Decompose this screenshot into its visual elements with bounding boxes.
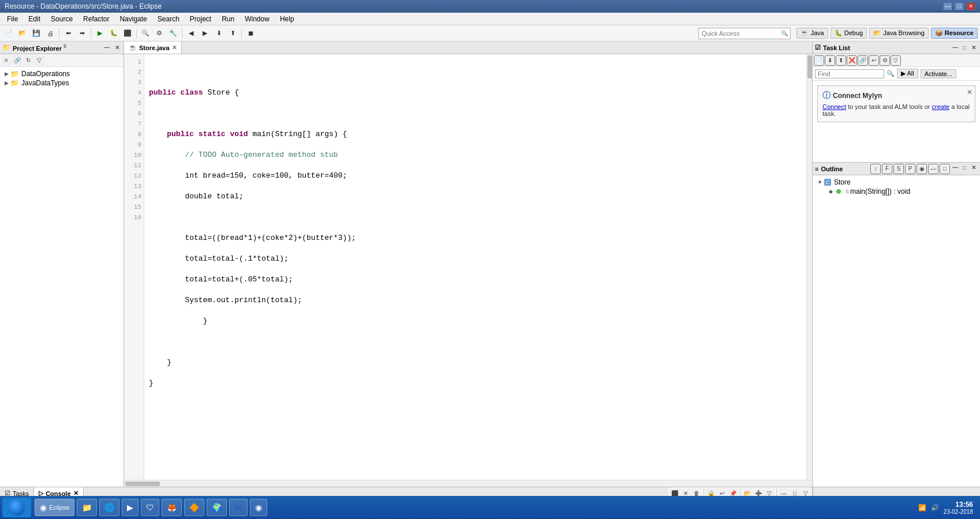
toolbar-btn2[interactable]: 📂 (16, 27, 29, 40)
toolbar-btn11[interactable]: 🔧 (167, 27, 179, 40)
connect-mylyn-title: ⓘ Connect Mylyn (822, 91, 970, 101)
new-button[interactable]: 📄 (2, 27, 15, 40)
toolbar-btn12[interactable]: ◀ (185, 27, 197, 40)
connect-mylyn-close[interactable]: ✕ (967, 88, 972, 96)
outline-expand-btn[interactable]: □ (940, 164, 950, 174)
run-button[interactable]: ▶ (93, 27, 106, 40)
editor-hscrollbar[interactable] (124, 480, 812, 487)
menu-navigate[interactable]: Navigate (115, 14, 151, 24)
outline-header: ≡ Outline ↕ F S P ◉ — □ — □ ✕ (813, 163, 980, 175)
task-btn3[interactable]: ⬆ (836, 55, 846, 66)
link-editor-btn[interactable]: 🔗 (12, 55, 23, 66)
task-btn8[interactable]: ▽ (891, 55, 901, 66)
outline-method-icon (835, 187, 844, 195)
close-button[interactable]: ✕ (966, 2, 975, 10)
toolbar-btn13[interactable]: ▶ (199, 27, 211, 40)
debug-button[interactable]: 🐛 (107, 27, 120, 40)
task-btn7[interactable]: ⚙ (880, 55, 890, 66)
outline-method-name: main(String[]) : void (850, 187, 910, 195)
save-button[interactable]: 💾 (30, 27, 43, 40)
task-find-input[interactable] (815, 69, 884, 78)
taskbar-vlc[interactable]: 🔶 (184, 499, 204, 516)
taskbar-media[interactable]: ▶ (122, 499, 139, 516)
outline-show-only-btn[interactable]: ◉ (917, 164, 927, 174)
task-find-row: 🔍 ▶ All Activate... (813, 67, 980, 81)
outline-hide-static-btn[interactable]: S (893, 164, 904, 174)
maximize-button[interactable]: □ (955, 2, 964, 10)
toolbar-btn6[interactable]: ➡ (76, 27, 88, 40)
outline-hide-nonpub-btn[interactable]: P (905, 164, 915, 174)
new-task-btn[interactable]: 📄 (814, 55, 824, 66)
line-gutter: 1234 5678 9101112 13141516 (124, 54, 144, 480)
view-menu-btn[interactable]: ▽ (34, 55, 44, 66)
info-icon: ⓘ (822, 91, 831, 101)
outline-hide-fields-btn[interactable]: F (882, 164, 892, 174)
toolbar-btn5[interactable]: ⬅ (62, 27, 74, 40)
quick-access-box[interactable]: 🔍 (698, 28, 791, 39)
menu-window[interactable]: Window (240, 14, 274, 24)
outline-class-store[interactable]: ▼ C Store (815, 178, 978, 187)
title-bar: Resource - DataOperations/src/Store.java… (0, 0, 980, 13)
menu-run[interactable]: Run (217, 14, 239, 24)
taskbar-shield[interactable]: 🛡 (141, 499, 159, 516)
menu-refactor[interactable]: Refactor (78, 14, 114, 24)
perspective-java-browsing[interactable]: 📂 Java Browsing (869, 28, 929, 39)
collapse-all-btn[interactable]: ≡ (1, 55, 12, 66)
taskbar-eclipse[interactable]: ◉ Eclipse (35, 499, 74, 516)
outline-collapse-btn[interactable]: — (928, 164, 938, 174)
task-btn5[interactable]: 🔗 (858, 55, 868, 66)
task-list-max[interactable]: □ (960, 44, 968, 52)
perspective-java[interactable]: ☕ Java (796, 28, 828, 39)
minimize-button[interactable]: — (943, 2, 952, 10)
taskbar-app10[interactable]: ◉ (250, 499, 267, 516)
outline-close-btn[interactable]: ✕ (970, 164, 978, 172)
outline-max-btn[interactable]: □ (960, 164, 968, 172)
outline-minimize-btn[interactable]: — (951, 164, 959, 172)
editor-tab-store[interactable]: ☕ Store.java ✕ (124, 42, 182, 54)
menu-file[interactable]: File (2, 14, 23, 24)
taskbar-folder[interactable]: 📁 (77, 499, 97, 516)
toolbar-btn15[interactable]: ⬆ (226, 27, 239, 40)
outline-method-main[interactable]: ◆ S main(String[]) : void (815, 187, 978, 196)
task-btn6[interactable]: ↩ (869, 55, 879, 66)
title-bar-controls: — □ ✕ (943, 2, 975, 10)
taskbar-chrome[interactable]: 🌍 (207, 499, 227, 516)
task-btn4[interactable]: ❌ (847, 55, 857, 66)
refresh-btn[interactable]: ↻ (23, 55, 33, 66)
taskbar-firefox[interactable]: 🦊 (162, 499, 182, 516)
task-list-minimize[interactable]: — (951, 44, 959, 52)
taskbar-ie[interactable]: 🌐 (99, 499, 119, 516)
tree-item-javadatatypes[interactable]: ▶ 📁 JavaDataTypes (0, 78, 124, 88)
tab-close-btn[interactable]: ✕ (172, 44, 177, 51)
perspective-buttons: ☕ Java 🐛 Debug 📂 Java Browsing 📦 Resourc… (796, 28, 978, 39)
outline-sort-btn[interactable]: ↕ (870, 164, 881, 174)
menu-search[interactable]: Search (153, 14, 184, 24)
toolbar-btn4[interactable]: 🖨 (44, 27, 57, 40)
code-area[interactable]: public class Store { public static void … (144, 54, 806, 480)
menu-edit[interactable]: Edit (24, 14, 45, 24)
start-button[interactable] (2, 498, 31, 517)
menu-source[interactable]: Source (46, 14, 77, 24)
toolbar-btn14[interactable]: ⬇ (212, 27, 225, 40)
connect-link2[interactable]: create (932, 103, 950, 110)
connect-link1[interactable]: Connect (822, 103, 846, 110)
tree-item-dataoperations[interactable]: ▶ 📁 DataOperations (0, 69, 124, 78)
taskbar-word[interactable]: W (229, 499, 247, 516)
menu-help[interactable]: Help (275, 14, 299, 24)
toolbar-btn16[interactable]: ◼ (244, 27, 257, 40)
perspective-debug[interactable]: 🐛 Debug (831, 28, 867, 39)
menu-project[interactable]: Project (185, 14, 216, 24)
perspective-resource[interactable]: 📦 Resource (931, 28, 978, 39)
panel-close-icon[interactable]: ✕ (113, 44, 121, 52)
all-tasks-btn[interactable]: ▶ All (897, 69, 918, 78)
panel-minimize-icon[interactable]: — (103, 44, 111, 52)
toolbar-btn9[interactable]: 🔍 (139, 27, 152, 40)
editor-scrollbar[interactable] (806, 54, 812, 480)
task-list-close[interactable]: ✕ (970, 44, 978, 52)
task-btn2[interactable]: ⬇ (825, 55, 835, 66)
quick-access-input[interactable] (701, 30, 781, 37)
activate-btn[interactable]: Activate... (921, 69, 956, 78)
toolbar-btn8[interactable]: ⬛ (121, 27, 134, 40)
toolbar-btn10[interactable]: ⚙ (153, 27, 166, 40)
outline-tree: ▼ C Store ◆ S main(String[]) : void (813, 175, 980, 487)
